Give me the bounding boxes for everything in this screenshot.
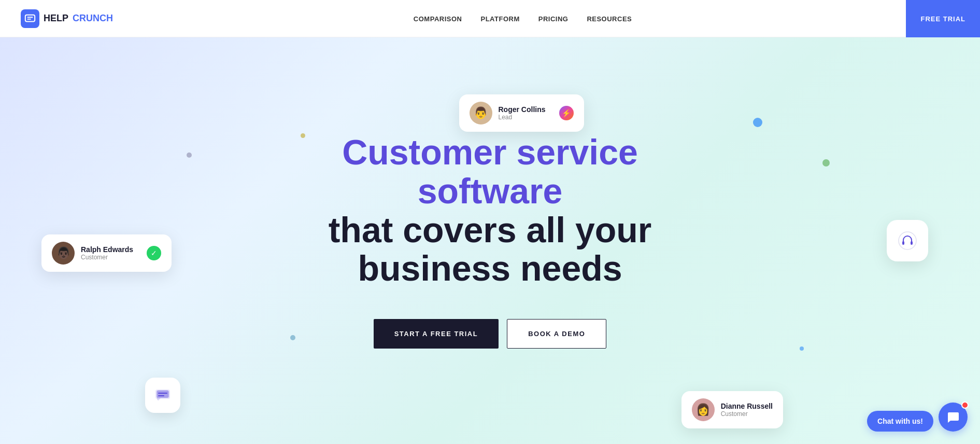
roger-role: Lead [499,114,546,121]
headset-icon-card [887,220,928,261]
hero-section: 👨 Roger Collins Lead ⚡ 👨🏿 Ralph Edwards … [0,37,980,444]
roger-info: Roger Collins Lead [499,105,546,121]
nav-resources[interactable]: RESOURCES [587,15,632,23]
svg-rect-2 [902,241,904,245]
nav-comparison[interactable]: COMPARISON [414,15,462,23]
card-roger: 👨 Roger Collins Lead ⚡ [459,94,584,132]
ralph-info: Ralph Edwards Customer [81,245,133,261]
logo-icon [21,9,39,28]
whatsapp-badge: ✓ [147,246,161,260]
dianne-avatar: 👩 [692,398,715,421]
dot-blue-top [753,118,762,127]
chat-button[interactable] [939,403,968,432]
svg-rect-0 [25,15,35,21]
card-dianne: 👩 Dianne Russell Customer [681,391,783,428]
chat-badge [961,401,969,409]
hero-title-line1: Customer service software [342,132,638,211]
card-ralph: 👨🏿 Ralph Edwards Customer ✓ [41,234,172,272]
free-trial-button[interactable]: FREE TRIAL [906,0,980,37]
hero-title: Customer service software that covers al… [299,133,682,288]
dot-blue-right [800,346,804,351]
start-free-trial-button[interactable]: START A FREE TRIAL [374,319,499,349]
chat-notification[interactable]: Chat with us! [867,411,933,432]
dianne-role: Customer [721,410,773,418]
roger-avatar: 👨 [470,102,492,124]
ralph-avatar: 👨🏿 [52,242,75,265]
hero-title-line3: business needs [358,248,622,288]
roger-name: Roger Collins [499,105,546,114]
hero-buttons: START A FREE TRIAL BOOK A DEMO [299,319,682,349]
dianne-info: Dianne Russell Customer [721,402,773,418]
logo-crunch: CRUNCH [73,13,113,24]
book-demo-button[interactable]: BOOK A DEMO [507,319,606,349]
message-icon-card [145,378,180,413]
hero-content: Customer service software that covers al… [288,133,692,349]
ralph-role: Customer [81,254,133,261]
logo[interactable]: HELPCRUNCH [21,9,113,28]
dot-green-mid [822,159,830,166]
svg-point-1 [899,232,916,249]
svg-rect-3 [911,241,913,245]
dianne-name: Dianne Russell [721,402,773,410]
hero-title-line2: that covers all your [329,210,652,249]
nav-links: COMPARISON PLATFORM PRICING RESOURCES [414,14,632,23]
logo-help: HELP [44,13,68,24]
navbar: HELPCRUNCH COMPARISON PLATFORM PRICING R… [0,0,980,37]
nav-right: SIGN IN FREE TRIAL [932,15,959,22]
dot-gray-left [187,152,192,158]
nav-pricing[interactable]: PRICING [538,15,569,23]
nav-platform[interactable]: PLATFORM [480,15,519,23]
ralph-name: Ralph Edwards [81,245,133,254]
messenger-badge: ⚡ [559,106,574,120]
